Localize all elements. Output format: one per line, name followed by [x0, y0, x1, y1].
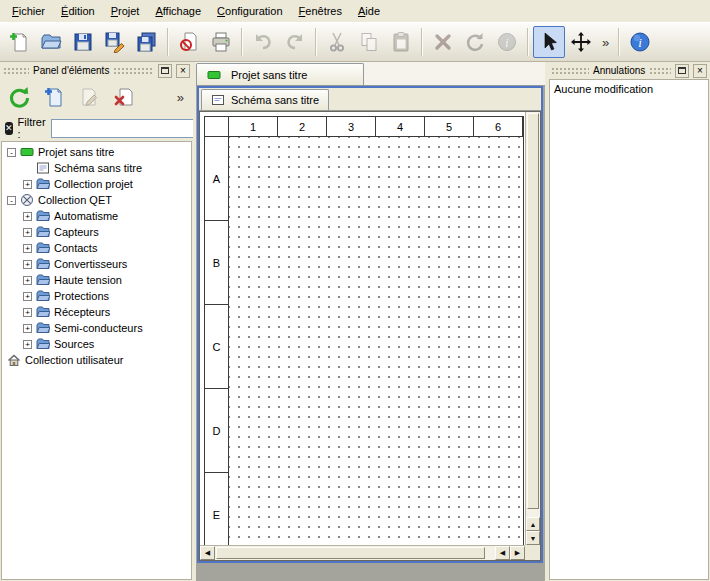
save-button[interactable] [67, 26, 99, 58]
main-content: Panel d'éléments × » [0, 62, 710, 581]
info-icon: i [496, 31, 518, 53]
tree-item-collection-qet[interactable]: - Collection QET [2, 192, 191, 208]
expand-expander[interactable]: + [23, 244, 32, 253]
scroll-left-button[interactable]: ◀ [200, 546, 215, 560]
open-project-button[interactable] [35, 26, 67, 58]
menu-projet[interactable]: Projet [103, 2, 148, 20]
dot-grid-field[interactable] [229, 137, 523, 545]
tree-item-label: Sources [54, 338, 94, 350]
menu-fenetres[interactable]: Fenêtres [291, 2, 350, 20]
print-button[interactable] [205, 26, 237, 58]
reload-collections-button[interactable] [4, 82, 34, 112]
tab-projet-sans-titre[interactable]: Projet sans titre [196, 63, 364, 85]
undo-panel-titlebar[interactable]: Annulations × [548, 62, 710, 79]
edit-element-icon [78, 86, 100, 108]
row-header: D [205, 389, 229, 473]
scroll-right-button[interactable]: ▶ [510, 546, 525, 560]
delete-element-button[interactable] [109, 82, 139, 112]
tree-item-collection-projet[interactable]: + Collection projet [2, 176, 191, 192]
tree-item-capteurs[interactable]: + Capteurs [2, 224, 191, 240]
horizontal-scrollbar[interactable]: ◀ ◀ ▶ [200, 545, 525, 560]
expand-expander[interactable]: + [23, 228, 32, 237]
select-arrow-icon [538, 31, 560, 53]
folder-icon [36, 289, 50, 303]
toolbar-overflow-chevron[interactable]: » [597, 35, 614, 50]
collapse-expander[interactable]: - [7, 196, 16, 205]
open-folder-icon [40, 31, 62, 53]
tree-item-haute-tension[interactable]: + Haute tension [2, 272, 191, 288]
close-panel-button[interactable]: × [176, 64, 190, 78]
folder-icon [36, 305, 50, 319]
tree-item-sources[interactable]: + Sources [2, 336, 191, 352]
folder-icon [36, 177, 50, 191]
delete-element-icon [113, 86, 135, 108]
tree-item-recepteurs[interactable]: + Récepteurs [2, 304, 191, 320]
scroll-left-button-2[interactable]: ◀ [495, 546, 510, 560]
float-panel-button[interactable] [158, 64, 172, 78]
expand-expander[interactable]: + [23, 276, 32, 285]
save-all-button[interactable] [131, 26, 163, 58]
menu-fichier[interactable]: Fichier [4, 2, 53, 20]
tree-item-collection-utilisateur[interactable]: Collection utilisateur [2, 352, 191, 368]
arrow-left-icon: ◀ [500, 549, 505, 557]
about-button[interactable]: i [624, 26, 656, 58]
horizontal-scrollbar-track[interactable] [215, 546, 495, 560]
expand-expander[interactable]: + [23, 260, 32, 269]
tree-item-protections[interactable]: + Protections [2, 288, 191, 304]
tree-item-schema[interactable]: Schéma sans titre [2, 160, 191, 176]
expand-expander[interactable]: + [23, 180, 32, 189]
mdi-workspace: Projet sans titre Schéma sans titre [196, 62, 545, 581]
float-panel-button[interactable] [675, 64, 689, 78]
menu-edition[interactable]: Édition [53, 2, 103, 20]
expand-expander[interactable]: + [23, 212, 32, 221]
filter-input[interactable] [51, 119, 201, 138]
scroll-mode-button[interactable] [565, 26, 597, 58]
reload-icon [7, 85, 31, 109]
print-icon [210, 31, 232, 53]
tree-item-convertisseurs[interactable]: + Convertisseurs [2, 256, 191, 272]
schema-icon [36, 161, 50, 175]
undo-list-item[interactable]: Aucune modification [553, 82, 705, 96]
copy-button [353, 26, 385, 58]
tree-item-project[interactable]: - Projet sans titre [2, 144, 191, 160]
folder-icon [36, 257, 50, 271]
new-element-button[interactable] [39, 82, 69, 112]
paste-icon [390, 31, 412, 53]
select-mode-button[interactable] [533, 26, 565, 58]
panel-overflow-chevron[interactable]: » [172, 90, 189, 105]
main-toolbar: i » i [0, 22, 710, 62]
tree-item-label: Projet sans titre [38, 146, 114, 158]
tree-item-label: Schéma sans titre [54, 162, 142, 174]
menu-configuration[interactable]: Configuration [209, 2, 290, 20]
tree-item-semi-conducteurs[interactable]: + Semi-conducteurs [2, 320, 191, 336]
vertical-scrollbar[interactable]: ▲ ▼ [525, 112, 540, 545]
horizontal-scrollbar-thumb[interactable] [216, 547, 485, 559]
menu-affichage[interactable]: Affichage [147, 2, 209, 20]
vertical-scrollbar-thumb[interactable] [527, 113, 539, 509]
expand-expander[interactable]: + [23, 324, 32, 333]
expand-expander[interactable]: + [23, 308, 32, 317]
filter-label: Filtrer : [18, 116, 46, 140]
elements-panel-titlebar[interactable]: Panel d'éléments × [0, 62, 193, 79]
expand-expander[interactable]: + [23, 340, 32, 349]
column-header: 4 [376, 117, 425, 137]
menu-aide[interactable]: Aide [350, 2, 388, 20]
diagram-canvas[interactable]: 1 2 3 4 5 6 A B C D E [200, 112, 525, 545]
element-info-button: i [491, 26, 523, 58]
collapse-expander[interactable]: - [7, 148, 16, 157]
tree-item-automatisme[interactable]: + Automatisme [2, 208, 191, 224]
new-document-button[interactable] [3, 26, 35, 58]
vertical-scrollbar-track[interactable] [526, 112, 540, 517]
scroll-up-button[interactable]: ▲ [526, 517, 540, 531]
expand-expander[interactable]: + [23, 292, 32, 301]
save-as-button[interactable] [99, 26, 131, 58]
clear-filter-button[interactable]: ✕ [5, 122, 13, 135]
tab-schema-sans-titre[interactable]: Schéma sans titre [201, 89, 329, 110]
scroll-down-button[interactable]: ▼ [526, 531, 540, 545]
close-file-button[interactable] [173, 26, 205, 58]
close-panel-button[interactable]: × [693, 64, 707, 78]
arrow-down-icon: ▼ [530, 535, 537, 542]
row-header: C [205, 305, 229, 389]
tree-item-contacts[interactable]: + Contacts [2, 240, 191, 256]
folder-icon [36, 241, 50, 255]
